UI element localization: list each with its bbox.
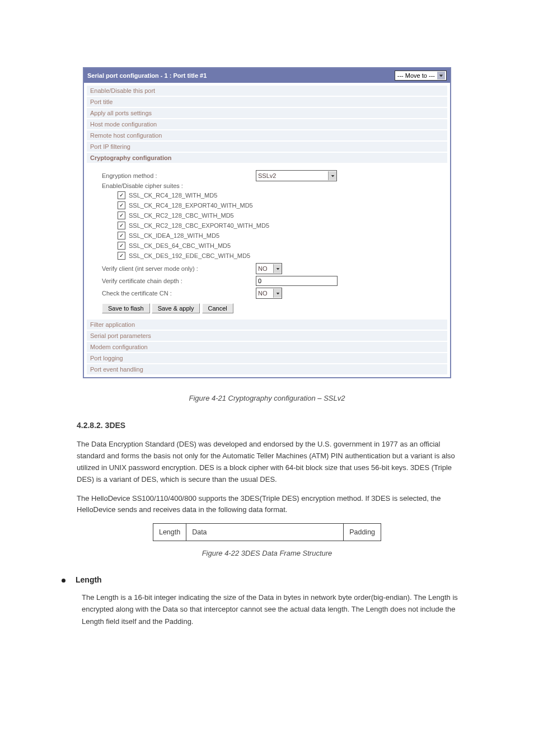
section-heading: 4.2.8.2. 3DES [77, 419, 457, 431]
nav-item[interactable]: Apply all ports settings [86, 107, 448, 119]
checkbox-checked-icon[interactable]: ✓ [118, 252, 125, 260]
cipher-option[interactable]: ✓SSL_CK_RC2_128_CBC_WITH_MD5 [118, 210, 432, 220]
cancel-button[interactable]: Cancel [202, 303, 233, 313]
svg-marker-0 [439, 74, 443, 77]
check-cn-select[interactable]: NO [256, 288, 282, 299]
body-paragraph: The Length is a 16-bit integer indicatin… [82, 591, 462, 627]
save-and-apply-button[interactable]: Save & apply [152, 303, 200, 313]
checkbox-checked-icon[interactable]: ✓ [118, 232, 125, 240]
cert-depth-input[interactable] [256, 276, 338, 286]
nav-item[interactable]: Serial port parameters [86, 330, 448, 341]
checkbox-checked-icon[interactable]: ✓ [118, 201, 125, 209]
checkbox-checked-icon[interactable]: ✓ [118, 242, 125, 250]
encryption-method-select[interactable]: SSLv2 [256, 170, 337, 181]
nav-item[interactable]: Port IP filtering [86, 141, 448, 152]
frame-col-padding: Padding [344, 524, 381, 541]
nav-item[interactable]: Port event handling [86, 364, 448, 375]
chevron-down-icon [437, 72, 445, 79]
checkbox-checked-icon[interactable]: ✓ [118, 191, 125, 199]
cryptography-form: Engryption method : SSLv2 Enable/Disable… [86, 163, 448, 319]
svg-marker-3 [276, 293, 279, 295]
move-to-label: --- Move to --- [397, 72, 435, 79]
nav-item[interactable]: Port logging [86, 353, 448, 364]
chevron-down-icon [273, 289, 282, 298]
move-to-select[interactable]: --- Move to --- [395, 71, 447, 81]
bullet-icon [62, 579, 65, 583]
verify-client-select[interactable]: NO [256, 263, 282, 274]
bullet-item: Length [62, 575, 442, 584]
nav-item-active[interactable]: Cryptography configuration [86, 152, 448, 163]
verify-client-label: Verify client (int server mode only) : [102, 265, 256, 272]
cert-depth-label: Verify certificate chain depth : [102, 278, 256, 284]
nav-item[interactable]: Port title [86, 96, 448, 107]
checkbox-checked-icon[interactable]: ✓ [118, 222, 125, 229]
nav-item[interactable]: Modem configuration [86, 341, 448, 353]
nav-item[interactable]: Enable/Disable this port [86, 85, 448, 96]
frame-col-length: Length [153, 524, 186, 541]
panel-title: Serial port configuration - 1 : Port tit… [87, 72, 207, 79]
svg-marker-2 [276, 268, 279, 270]
cipher-option[interactable]: ✓SSL_CK_DES_64_CBC_WITH_MD5 [118, 241, 432, 251]
nav-item[interactable]: Filter application [86, 319, 448, 330]
cipher-suites-label: Enable/Disable cipher suites : [102, 182, 432, 189]
figure-caption: Figure 4-21 Cryptography configuration –… [0, 394, 534, 402]
config-panel: Serial port configuration - 1 : Port tit… [83, 67, 451, 378]
figure-caption: Figure 4-22 3DES Data Frame Structure [77, 548, 457, 560]
check-cn-label: Check the certificate CN : [102, 290, 256, 297]
chevron-down-icon [328, 171, 336, 180]
panel-titlebar: Serial port configuration - 1 : Port tit… [84, 68, 450, 83]
save-to-flash-button[interactable]: Save to flash [102, 303, 150, 313]
encryption-method-label: Engryption method : [102, 172, 256, 179]
checkbox-checked-icon[interactable]: ✓ [118, 212, 125, 219]
body-paragraph: The Data Encryption Standard (DES) was d… [77, 439, 457, 485]
cipher-option[interactable]: ✓SSL_CK_IDEA_128_WITH_MD5 [118, 231, 432, 241]
cipher-option[interactable]: ✓SSL_CK_RC4_128_WITH_MD5 [118, 190, 432, 200]
chevron-down-icon [273, 264, 282, 273]
cipher-option[interactable]: ✓SSL_CK_DES_192_EDE_CBC_WITH_MD5 [118, 251, 432, 261]
cipher-option[interactable]: ✓SSL_CK_RC4_128_EXPORT40_WITH_MD5 [118, 200, 432, 210]
frame-structure-table: Length Data Padding [153, 523, 381, 541]
body-paragraph: The HelloDevice SS100/110/400/800 suppor… [77, 493, 457, 516]
svg-marker-1 [331, 175, 334, 177]
nav-item[interactable]: Remote host configuration [86, 130, 448, 141]
cipher-option[interactable]: ✓SSL_CK_RC2_128_CBC_EXPORT40_WITH_MD5 [118, 220, 432, 231]
nav-item[interactable]: Host mode configuration [86, 119, 448, 130]
frame-col-data: Data [186, 524, 344, 541]
length-heading: Length [76, 575, 102, 584]
